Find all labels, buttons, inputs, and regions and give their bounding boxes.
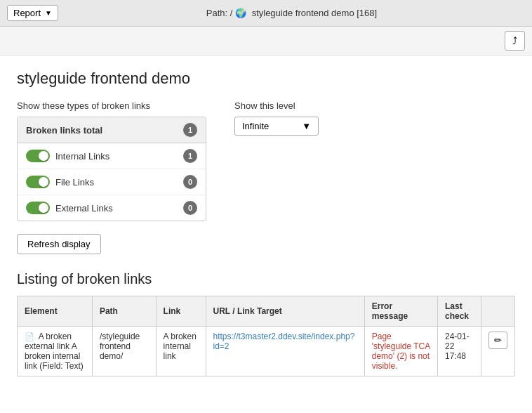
level-section: Show this level Infinite ▼ <box>234 100 319 136</box>
document-icon: 📄 <box>25 332 34 341</box>
cell-path: /styleguide frontend demo/ <box>92 327 156 376</box>
external-links-label: External Links <box>55 203 113 214</box>
col-error: Error message <box>364 296 437 327</box>
internal-links-left: Internal Links <box>26 150 109 162</box>
broken-links-label: Show these types of broken links <box>17 100 206 111</box>
page-name-path: styleguide frontend demo [168] <box>252 8 378 18</box>
broken-links-table: Element Path Link URL / Link Target Erro… <box>17 296 515 376</box>
share-icon: ⤴ <box>512 35 517 46</box>
cell-error: Page 'styleguide TCA demo' (2) is not vi… <box>364 327 437 376</box>
top-bar: Report ▼ Path: / 🌍 styleguide frontend d… <box>0 0 532 27</box>
listing-title: Listing of broken links <box>17 271 515 287</box>
internal-links-row: Internal Links 1 <box>18 143 206 169</box>
dropdown-arrow-icon: ▼ <box>45 9 52 17</box>
path-prefix: Path: / <box>206 8 233 18</box>
cell-url: https://t3master2.ddev.site/index.php?id… <box>206 327 364 376</box>
internal-links-label: Internal Links <box>55 151 109 162</box>
table-header-row: Element Path Link URL / Link Target Erro… <box>18 296 515 327</box>
file-links-left: File Links <box>26 176 94 188</box>
broken-links-box: Broken links total 1 Internal Links 1 <box>17 117 206 221</box>
file-links-row: File Links 0 <box>18 169 206 195</box>
toggle-thumb-external <box>39 203 48 213</box>
table-row: 📄 A broken external link A broken intern… <box>18 327 515 376</box>
cell-link: A broken internal link <box>156 327 206 376</box>
internal-links-toggle[interactable] <box>26 150 50 162</box>
col-link: Link <box>156 296 206 327</box>
path-text: Path: / 🌍 styleguide frontend demo [168] <box>58 8 525 18</box>
broken-links-header-label: Broken links total <box>26 125 102 136</box>
level-dropdown[interactable]: Infinite ▼ <box>234 117 319 136</box>
share-bar: ⤴ <box>0 27 532 55</box>
broken-links-total-badge: 1 <box>183 123 197 137</box>
cell-element: 📄 A broken external link A broken intern… <box>18 327 93 376</box>
file-links-toggle[interactable] <box>26 176 50 188</box>
internal-links-count: 1 <box>183 149 197 163</box>
external-links-count: 0 <box>183 201 197 215</box>
toggle-thumb-file <box>39 177 48 187</box>
col-action <box>481 296 514 327</box>
level-section-label: Show this level <box>234 100 319 111</box>
col-element: Element <box>18 296 93 327</box>
cell-lastcheck: 24-01-22 17:48 <box>437 327 481 376</box>
toggle-thumb <box>39 151 48 161</box>
url-value: https://t3master2.ddev.site/index.php?id… <box>213 332 355 351</box>
toggle-track <box>26 150 50 162</box>
broken-links-header: Broken links total 1 <box>18 117 206 143</box>
col-url: URL / Link Target <box>206 296 364 327</box>
col-lastcheck: Last check <box>437 296 481 327</box>
toggle-track-external <box>26 202 50 214</box>
broken-links-filter: Show these types of broken links Broken … <box>17 100 206 221</box>
level-value: Infinite <box>242 121 269 131</box>
page-title: styleguide frontend demo <box>17 70 515 88</box>
col-path: Path <box>92 296 156 327</box>
file-links-count: 0 <box>183 175 197 189</box>
error-message: Page 'styleguide TCA demo' (2) is not vi… <box>372 332 430 371</box>
edit-button[interactable]: ✏ <box>488 332 507 349</box>
share-button[interactable]: ⤴ <box>505 31 525 51</box>
external-links-left: External Links <box>26 202 113 214</box>
report-label: Report <box>13 8 41 18</box>
main-content: styleguide frontend demo Show these type… <box>0 55 532 391</box>
cell-action: ✏ <box>481 327 514 376</box>
refresh-display-button[interactable]: Refresh display <box>17 234 101 254</box>
globe-icon: 🌍 <box>235 8 246 18</box>
toggle-track-file <box>26 176 50 188</box>
file-links-label: File Links <box>55 177 94 188</box>
report-dropdown[interactable]: Report ▼ <box>7 5 58 21</box>
level-dropdown-arrow-icon: ▼ <box>302 121 311 131</box>
external-links-toggle[interactable] <box>26 202 50 214</box>
external-links-row: External Links 0 <box>18 195 206 221</box>
filters-row: Show these types of broken links Broken … <box>17 100 515 221</box>
